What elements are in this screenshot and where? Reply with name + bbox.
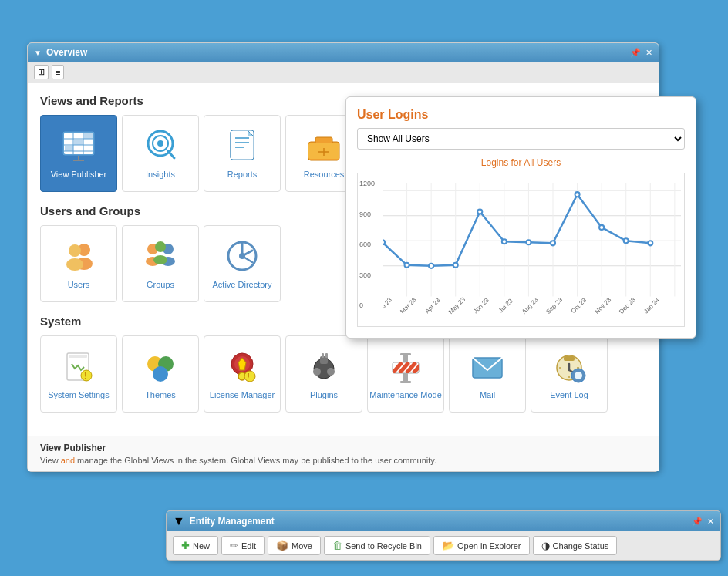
svg-text:Mar 23: Mar 23 — [399, 296, 418, 315]
insights-item[interactable]: Insights — [122, 115, 199, 192]
logins-panel: User Logins Show All Users Logins for Al… — [345, 96, 696, 339]
svg-point-98 — [477, 210, 482, 214]
svg-rect-9 — [65, 146, 73, 151]
svg-point-101 — [551, 241, 555, 245]
svg-point-96 — [429, 264, 433, 268]
view-publisher-icon — [59, 126, 98, 165]
edit-button[interactable]: ✏ Edit — [221, 536, 265, 555]
svg-point-102 — [575, 192, 580, 197]
overview-title: Overview — [46, 47, 625, 58]
svg-point-35 — [153, 255, 167, 264]
themes-item[interactable]: Themes — [122, 335, 199, 413]
change-status-button[interactable]: ◑ Change Status — [533, 536, 618, 555]
svg-text:!: ! — [248, 372, 250, 381]
active-directory-icon — [223, 237, 261, 275]
system-settings-item[interactable]: ! System Settings — [40, 335, 117, 413]
entity-arrow-icon: ▼ — [173, 514, 185, 528]
svg-text:Sep 23: Sep 23 — [545, 296, 565, 315]
recycle-bin-label: Send to Recycle Bin — [345, 541, 422, 551]
svg-rect-55 — [325, 353, 328, 358]
grid-view-btn[interactable]: ⊞ — [34, 65, 49, 79]
maintenance-mode-icon — [386, 347, 425, 386]
svg-text:Dec 23: Dec 23 — [618, 296, 637, 315]
line-chart: Feb 23 Mar 23 Apr 23 May 23 Jun 23 Jul 2… — [383, 180, 681, 323]
reports-item[interactable]: Reports — [204, 115, 281, 192]
svg-point-14 — [157, 140, 163, 147]
description-footer: View Publisher View and manage the Globa… — [28, 436, 659, 471]
system-settings-label: System Settings — [48, 390, 109, 400]
open-in-explorer-button[interactable]: 📂 Open in Explorer — [433, 536, 530, 555]
users-label: Users — [68, 280, 90, 290]
svg-point-53 — [327, 368, 335, 376]
reports-label: Reports — [228, 170, 258, 180]
maintenance-mode-item[interactable]: Maintenance Mode — [367, 335, 444, 413]
groups-label: Groups — [147, 280, 174, 290]
recycle-bin-icon: 🗑 — [332, 540, 342, 551]
move-button[interactable]: 📦 Move — [268, 536, 321, 555]
svg-point-29 — [66, 258, 83, 271]
svg-point-48 — [244, 371, 255, 382]
svg-point-34 — [155, 241, 166, 252]
svg-point-105 — [648, 241, 652, 245]
close-icon[interactable]: ✕ — [645, 48, 652, 58]
y-axis-labels: 1200 900 600 300 0 — [359, 180, 375, 309]
svg-point-44 — [153, 366, 168, 382]
svg-text:!: ! — [84, 372, 86, 380]
pin-icon[interactable]: 📌 — [630, 48, 641, 58]
explorer-icon: 📂 — [442, 540, 454, 551]
license-manager-item[interactable]: ! License Manager — [204, 335, 281, 413]
svg-rect-63 — [400, 381, 411, 383]
svg-point-52 — [313, 368, 321, 376]
svg-point-104 — [624, 238, 629, 243]
desc-text: View and manage the Global Views in the … — [40, 456, 646, 465]
svg-rect-62 — [403, 373, 408, 381]
chart-title: Logins for All Users — [357, 157, 685, 168]
svg-point-99 — [502, 239, 507, 244]
edit-icon: ✏ — [230, 540, 238, 551]
entity-actions: ✚ New ✏ Edit 📦 Move 🗑 Send to Recycle Bi… — [167, 531, 720, 560]
svg-point-100 — [526, 240, 531, 244]
resources-label: Resources — [304, 170, 345, 180]
move-icon: 📦 — [276, 540, 288, 551]
svg-point-97 — [453, 263, 458, 268]
system-settings-icon: ! — [59, 347, 98, 386]
entity-pin-icon[interactable]: 📌 — [692, 517, 703, 527]
license-manager-label: License Manager — [210, 390, 275, 400]
svg-point-37 — [239, 253, 245, 259]
maintenance-mode-label: Maintenance Mode — [369, 390, 442, 400]
svg-text:Apr 23: Apr 23 — [423, 297, 442, 315]
event-log-item[interactable]: Event Log — [531, 335, 608, 413]
users-item[interactable]: Users — [40, 225, 117, 302]
svg-rect-8 — [84, 133, 93, 139]
svg-rect-54 — [322, 353, 324, 358]
entity-titlebar: ▼ Entity Management 📌 ✕ — [167, 511, 720, 531]
plugins-item[interactable]: Plugins — [285, 335, 362, 413]
plugins-icon — [305, 347, 343, 386]
svg-text:Jun 23: Jun 23 — [472, 296, 490, 315]
desc-title: View Publisher — [40, 443, 646, 453]
view-publisher-label: View Publisher — [51, 170, 107, 180]
svg-rect-65 — [400, 353, 411, 355]
send-to-recycle-bin-button[interactable]: 🗑 Send to Recycle Bin — [324, 536, 430, 555]
panel-toolbar: ⊞ ≡ — [28, 62, 659, 83]
svg-text:Nov 23: Nov 23 — [594, 296, 613, 315]
list-view-btn[interactable]: ≡ — [52, 65, 64, 79]
view-publisher-item[interactable]: View Publisher — [40, 115, 117, 192]
license-manager-icon: ! — [223, 347, 261, 386]
logins-dropdown[interactable]: Show All Users — [357, 128, 685, 150]
mail-item[interactable]: Mail — [449, 335, 526, 413]
change-status-label: Change Status — [553, 541, 609, 551]
move-label: Move — [292, 541, 312, 551]
logins-title: User Logins — [357, 108, 685, 122]
entity-close-icon[interactable]: ✕ — [707, 517, 714, 527]
groups-item[interactable]: Groups — [122, 225, 199, 302]
resources-icon — [305, 126, 343, 165]
edit-label: Edit — [241, 541, 256, 551]
active-directory-label: Active Directory — [212, 280, 271, 290]
new-button[interactable]: ✚ New — [173, 536, 218, 555]
themes-label: Themes — [145, 390, 176, 400]
svg-text:May 23: May 23 — [447, 296, 467, 316]
overview-titlebar: ▼ Overview 📌 ✕ — [28, 43, 659, 62]
insights-icon — [141, 126, 180, 165]
active-directory-item[interactable]: Active Directory — [204, 225, 281, 302]
